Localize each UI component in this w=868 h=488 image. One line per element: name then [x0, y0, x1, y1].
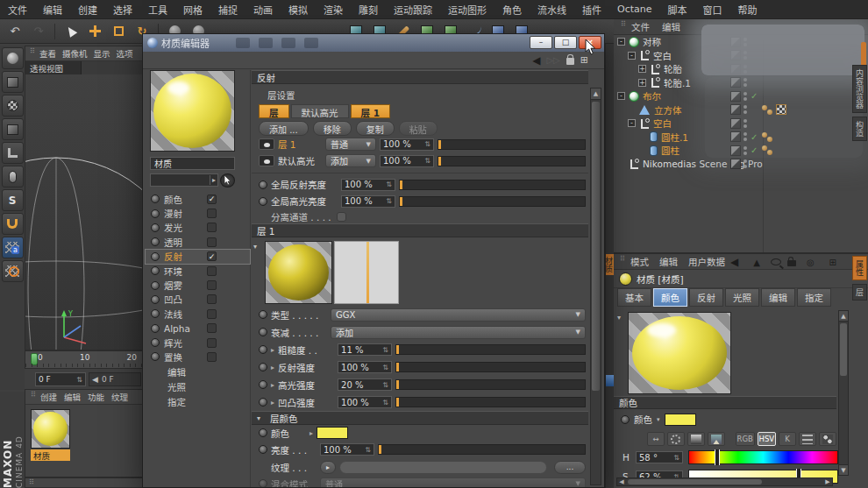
- channel-checkbox[interactable]: [207, 194, 217, 204]
- channel-radio[interactable]: [151, 338, 160, 347]
- menu-item[interactable]: 创建: [70, 0, 105, 19]
- menu-item[interactable]: 脚本: [660, 0, 695, 19]
- menu-item[interactable]: 编辑: [35, 0, 70, 19]
- animation-dot[interactable]: [259, 180, 267, 189]
- menu-item[interactable]: 流水线: [530, 0, 574, 19]
- menu-item[interactable]: 文件: [0, 0, 35, 19]
- value-slider[interactable]: [395, 397, 586, 407]
- menu-item[interactable]: 窗口: [695, 0, 730, 19]
- channel-row[interactable]: 颜色: [146, 192, 250, 206]
- layer-strength-spinner[interactable]: 100 %⇅: [380, 138, 434, 151]
- tree-row[interactable]: - Nikomedias Scene Rig Pro: [614, 158, 868, 172]
- viewport-nav-icon[interactable]: [2, 47, 24, 69]
- attribute-tab[interactable]: 颜色: [653, 288, 687, 307]
- model-mode-icon[interactable]: [2, 71, 24, 93]
- channel-row[interactable]: 发光: [146, 221, 250, 235]
- gradient-mode-icon[interactable]: [687, 432, 705, 446]
- channel-row[interactable]: 烟雾: [146, 278, 250, 292]
- mm-menu-item[interactable]: 编辑: [60, 391, 84, 403]
- panel-grip-icon[interactable]: ⠿: [615, 257, 624, 266]
- attribute-tab[interactable]: 编辑: [761, 288, 795, 307]
- animation-dot[interactable]: [259, 310, 267, 319]
- channel-row[interactable]: 漫射: [146, 206, 250, 220]
- collapse-toggle[interactable]: -: [617, 38, 625, 46]
- target-icon[interactable]: ◎: [802, 258, 819, 267]
- channel-extra-item[interactable]: 光照: [146, 379, 250, 394]
- channel-radio[interactable]: [151, 209, 160, 218]
- collapse-toggle[interactable]: -: [628, 119, 636, 127]
- lock-icon[interactable]: [787, 260, 796, 266]
- frame-nav-field[interactable]: ◀0 F: [89, 372, 141, 386]
- material-thumbnail[interactable]: [31, 409, 70, 449]
- channel-radio[interactable]: [151, 266, 160, 275]
- brightness-slider[interactable]: [378, 444, 586, 455]
- attenuation-dropdown[interactable]: 添加▼: [331, 326, 586, 339]
- layer-strength-spinner[interactable]: 100 %⇅: [380, 155, 434, 167]
- layers-tab[interactable]: 层: [852, 284, 867, 301]
- scroll-down-icon[interactable]: ▼: [839, 464, 848, 475]
- edge-mode-icon[interactable]: [2, 142, 24, 164]
- value-slider[interactable]: [395, 344, 586, 355]
- layer1-sphere-preview[interactable]: [265, 241, 332, 304]
- channel-checkbox[interactable]: [207, 266, 217, 276]
- expand-arrow-icon[interactable]: ▸: [271, 399, 274, 407]
- layer-tab[interactable]: 层 1: [351, 104, 390, 118]
- new-panel-icon[interactable]: ⊞: [825, 258, 841, 267]
- material-name-input[interactable]: 材质: [150, 157, 235, 170]
- preview-options-button[interactable]: [220, 173, 235, 187]
- hsv-mode-button[interactable]: HSV: [758, 432, 776, 446]
- attributes-tab[interactable]: 属性: [852, 256, 867, 280]
- minimize-button[interactable]: –: [530, 36, 552, 49]
- brightness-spinner[interactable]: 100 %⇅: [320, 443, 374, 456]
- value-slider[interactable]: [399, 196, 586, 207]
- menu-item[interactable]: 渲染: [316, 0, 351, 19]
- swatches-mode-icon[interactable]: [819, 432, 836, 446]
- snap-tool-icon[interactable]: S: [2, 189, 24, 211]
- channel-checkbox[interactable]: [207, 309, 217, 319]
- viewport-canvas[interactable]: Y: [25, 74, 144, 350]
- channel-row[interactable]: 环境: [146, 264, 250, 278]
- texture-browse-button[interactable]: ...: [554, 461, 586, 474]
- attribute-tab[interactable]: 基本: [617, 288, 651, 307]
- attribute-scrollbar[interactable]: ▲ ▼: [838, 310, 849, 476]
- menu-item[interactable]: 模拟: [281, 0, 316, 19]
- layer1-curve-preview[interactable]: [334, 241, 399, 304]
- object-mode-icon[interactable]: [2, 118, 24, 140]
- perspective-viewport[interactable]: ⠿ 查看 摄像机 显示 选项 透视视图 Y: [25, 46, 145, 350]
- viewport-menu-item[interactable]: 查看: [37, 47, 59, 60]
- attribute-tab[interactable]: 反射: [689, 288, 723, 307]
- hue-slider[interactable]: [688, 450, 838, 464]
- texture-mode-icon[interactable]: [2, 95, 24, 117]
- channel-row[interactable]: 法线: [146, 307, 250, 321]
- texture-path-field[interactable]: [339, 461, 547, 474]
- channel-row[interactable]: 置换: [146, 350, 250, 364]
- expand-arrow-icon[interactable]: ▸: [271, 381, 274, 389]
- layer-action-button[interactable]: 添加 ...: [259, 121, 309, 136]
- attribute-tab[interactable]: 光照: [725, 288, 759, 307]
- channel-row[interactable]: 透明: [146, 235, 250, 249]
- layer-action-button[interactable]: 移除: [313, 121, 352, 136]
- scrollbar-thumb[interactable]: [592, 102, 600, 391]
- history-forward-icon[interactable]: ▷▷: [546, 55, 559, 65]
- visibility-dots[interactable]: [743, 159, 748, 168]
- channel-row[interactable]: 反射: [146, 250, 250, 264]
- compact-mode-icon[interactable]: ↔: [647, 432, 665, 446]
- blend-mode-dropdown[interactable]: 普通▼: [325, 138, 376, 151]
- attribute-tab[interactable]: 指定: [797, 288, 831, 307]
- om-menu-item[interactable]: 编辑: [657, 20, 686, 33]
- select-tool-icon[interactable]: [60, 22, 82, 41]
- collapse-toggle[interactable]: -: [628, 52, 636, 60]
- magnet-tool-icon[interactable]: [2, 213, 24, 235]
- layer-toggle-icon[interactable]: [730, 159, 741, 169]
- layer-tab[interactable]: 层: [259, 104, 289, 118]
- scroll-up-icon[interactable]: ▲: [839, 311, 848, 322]
- menu-item[interactable]: 捕捉: [210, 0, 245, 19]
- menu-item[interactable]: 动画: [245, 0, 281, 19]
- type-dropdown[interactable]: GGX▼: [331, 308, 586, 322]
- maximize-button[interactable]: □: [554, 36, 577, 49]
- move-tool-icon[interactable]: [84, 22, 105, 41]
- selected-object-row[interactable]: 材质 [材质]: [614, 270, 868, 288]
- value-slider[interactable]: [399, 180, 586, 190]
- value-spinner[interactable]: 100 %⇅: [341, 179, 395, 191]
- scrollbar-thumb[interactable]: [628, 479, 762, 484]
